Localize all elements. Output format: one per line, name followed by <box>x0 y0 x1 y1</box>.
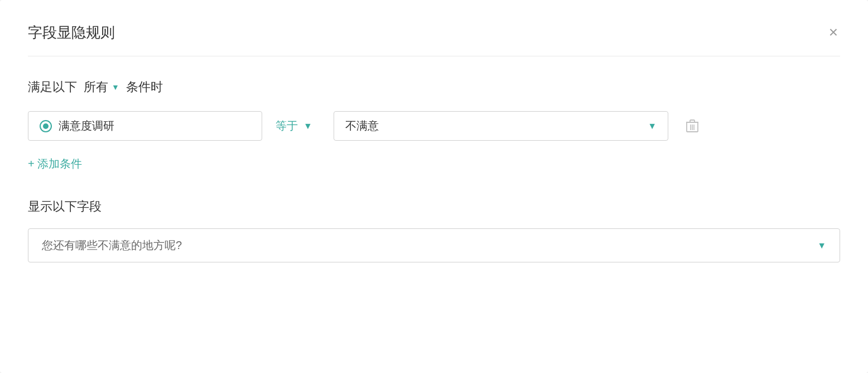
show-field-section: 显示以下字段 您还有哪些不满意的地方呢? ▼ <box>28 198 840 262</box>
add-condition-label: + 添加条件 <box>28 156 82 171</box>
logic-dropdown-arrow-icon: ▼ <box>112 83 119 92</box>
show-field-placeholder: 您还有哪些不满意的地方呢? <box>42 238 182 253</box>
condition-row: 满意度调研 等于 ▼ 不满意 ▼ <box>28 111 840 141</box>
condition-prefix-label: 满足以下 <box>28 79 77 95</box>
value-label: 不满意 <box>345 118 379 133</box>
operator-dropdown[interactable]: 等于 ▼ <box>276 118 320 133</box>
logic-dropdown[interactable]: 所有 ▼ <box>84 79 119 95</box>
show-field-dropdown-arrow-icon: ▼ <box>817 241 826 251</box>
dialog-container: 字段显隐规则 × 满足以下 所有 ▼ 条件时 满意度调研 等于 ▼ 不满意 ▼ <box>0 0 868 373</box>
svg-rect-2 <box>690 120 695 122</box>
add-condition-button[interactable]: + 添加条件 <box>28 156 82 171</box>
show-field-select-dropdown[interactable]: 您还有哪些不满意的地方呢? ▼ <box>28 228 840 262</box>
condition-header: 满足以下 所有 ▼ 条件时 <box>28 79 840 95</box>
value-dropdown-arrow-icon: ▼ <box>648 121 657 131</box>
operator-label: 等于 <box>276 118 298 133</box>
show-field-section-title: 显示以下字段 <box>28 198 840 215</box>
radio-icon <box>40 120 52 132</box>
dialog-title: 字段显隐规则 <box>28 23 115 42</box>
trash-icon <box>686 119 698 133</box>
field-select-dropdown[interactable]: 满意度调研 <box>28 111 262 141</box>
delete-condition-button[interactable] <box>682 117 703 135</box>
field-name-label: 满意度调研 <box>59 118 114 133</box>
logic-value-label: 所有 <box>84 79 108 95</box>
dialog-header: 字段显隐规则 × <box>28 22 840 56</box>
close-button[interactable]: × <box>827 22 840 42</box>
value-select-dropdown[interactable]: 不满意 ▼ <box>334 111 668 141</box>
condition-suffix-label: 条件时 <box>126 79 163 95</box>
operator-dropdown-arrow-icon: ▼ <box>303 121 312 131</box>
